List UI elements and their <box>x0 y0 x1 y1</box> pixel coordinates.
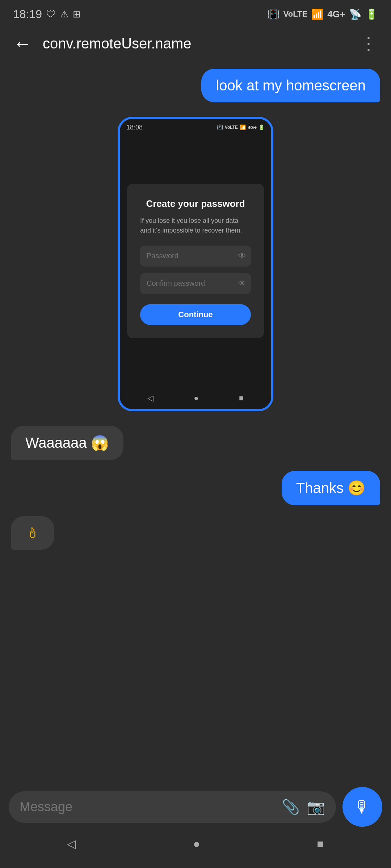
confirm-password-input-wrapper[interactable]: 👁 <box>140 273 251 294</box>
phone-battery-icon: 🔋 <box>258 124 265 130</box>
message-text: Waaaaaa 😱 <box>25 435 109 451</box>
status-bar-left: 18:19 🛡 ⚠ ⊞ <box>13 8 81 21</box>
message-bubble-sent-2: Thanks 😊 <box>282 471 380 505</box>
phone-screenshot-message: 18:08 📳 VoLTE 📶 4G+ 🔋 Create your passwo… <box>118 117 273 411</box>
phone-screen: Create your password If you lose it you … <box>120 134 271 387</box>
system-nav-bar: ◁ ● ■ <box>9 830 382 857</box>
back-button[interactable]: ← <box>13 33 32 54</box>
message-bubble-partial: 🕯 <box>11 516 54 550</box>
app-header: ← conv.remoteUser.name ⋮ <box>0 25 391 61</box>
camera-icon[interactable]: 📷 <box>307 799 325 816</box>
phone-back-button[interactable]: ◁ <box>147 393 154 403</box>
message-text: Thanks 😊 <box>296 480 366 496</box>
message-bubble-sent: look at my homescreen <box>201 69 380 102</box>
phone-home-button[interactable]: ● <box>194 393 198 403</box>
dialog-title: Create your password <box>140 198 251 209</box>
confirm-password-toggle-icon[interactable]: 👁 <box>238 279 246 288</box>
phone-vibrate-icon: 📳 <box>217 124 223 130</box>
phone-volte-icon: VoLTE <box>225 125 238 130</box>
dialog-description: If you lose it you lose all your data an… <box>140 216 251 235</box>
phone-status-bar: 18:08 📳 VoLTE 📶 4G+ 🔋 <box>120 119 271 134</box>
confirm-password-input[interactable] <box>147 279 238 288</box>
warning-icon: ⚠ <box>60 9 68 20</box>
4g-icon: 4G+ <box>327 9 345 20</box>
system-recents-button[interactable]: ■ <box>317 837 324 851</box>
message-text: look at my homescreen <box>216 77 366 93</box>
mic-button[interactable]: 🎙 <box>342 787 382 827</box>
caption-icon: ⊞ <box>73 9 81 20</box>
phone-recents-button[interactable]: ■ <box>239 393 244 403</box>
status-time: 18:19 <box>13 8 42 21</box>
message-text: 🕯 <box>25 525 40 541</box>
message-input[interactable] <box>20 799 274 814</box>
volte-icon: VoLTE <box>283 9 307 19</box>
signal-icon: 📡 <box>349 8 362 20</box>
message-bubble-received: Waaaaaa 😱 <box>11 426 123 460</box>
system-home-button[interactable]: ● <box>193 837 200 851</box>
status-bar-right: 📳 VoLTE 📶 4G+ 📡 🔋 <box>267 8 378 20</box>
input-row: 📎 📷 🎙 <box>9 787 382 827</box>
status-bar: 18:19 🛡 ⚠ ⊞ 📳 VoLTE 📶 4G+ 📡 🔋 <box>0 0 391 25</box>
password-input-wrapper[interactable]: 👁 <box>140 246 251 267</box>
attach-icon[interactable]: 📎 <box>282 799 300 816</box>
phone-status-right: 📳 VoLTE 📶 4G+ 🔋 <box>217 124 265 130</box>
password-dialog: Create your password If you lose it you … <box>127 184 264 338</box>
phone-wifi-icon: 📶 <box>240 124 246 130</box>
phone-nav-bar: ◁ ● ■ <box>120 387 271 409</box>
shield-icon: 🛡 <box>46 9 56 20</box>
messages-area: look at my homescreen 18:08 📳 VoLTE 📶 4G… <box>0 61 391 651</box>
password-toggle-icon[interactable]: 👁 <box>238 251 246 261</box>
message-input-wrapper[interactable]: 📎 📷 <box>9 791 336 823</box>
wifi-icon: 📶 <box>311 8 324 20</box>
more-options-button[interactable]: ⋮ <box>360 33 378 54</box>
password-input[interactable] <box>147 252 238 260</box>
conversation-title: conv.remoteUser.name <box>43 35 360 52</box>
phone-frame: 18:08 📳 VoLTE 📶 4G+ 🔋 Create your passwo… <box>118 117 273 411</box>
battery-icon: 🔋 <box>365 8 378 20</box>
system-back-button[interactable]: ◁ <box>67 837 76 851</box>
continue-button[interactable]: Continue <box>140 304 251 325</box>
vibrate-icon: 📳 <box>267 8 280 20</box>
phone-time: 18:08 <box>126 124 143 131</box>
bottom-bar: 📎 📷 🎙 ◁ ● ■ <box>0 780 391 868</box>
mic-icon: 🎙 <box>354 797 371 817</box>
phone-4g-icon: 4G+ <box>248 125 257 130</box>
